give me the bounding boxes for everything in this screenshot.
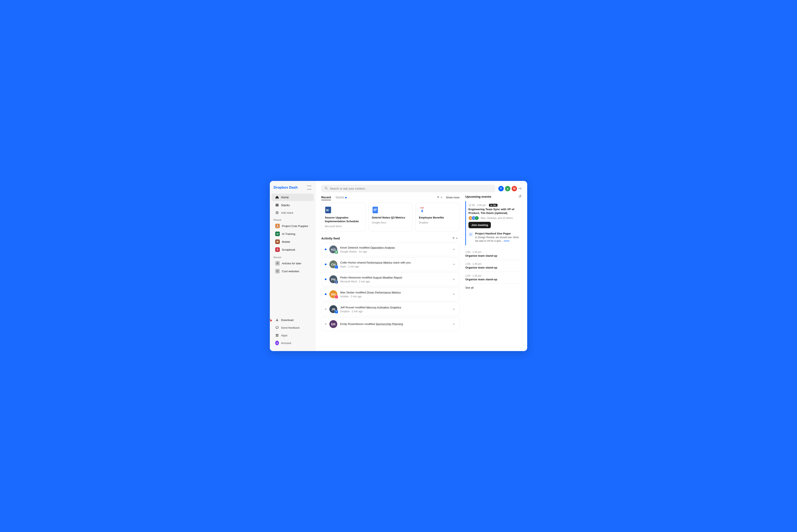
sidebar-item-mobile[interactable]: M Mobile	[271, 238, 314, 245]
event-title-3: Organize team stand-up	[465, 254, 521, 257]
send-feedback-label: Send feedback	[281, 326, 300, 329]
download-button[interactable]: Download	[271, 316, 314, 324]
event-time-4: 1:00 - 1:30 pm	[465, 263, 521, 265]
activity-name-1: Kevin Deterick modified Opposition Analy…	[340, 246, 449, 250]
activity-meta-4: Airtable · 2 min ago	[340, 295, 449, 298]
svg-point-12	[325, 187, 327, 189]
activity-item-5[interactable]: JR Jeff Russet modified Mercury Activati…	[321, 302, 459, 316]
svg-rect-11	[277, 336, 278, 337]
activity-text-6: Emily Rosenbloom modified Sponsorship Pl…	[340, 322, 449, 326]
activity-time-1: 1m ago	[359, 250, 367, 253]
dash-badge-2: D	[335, 265, 338, 269]
sparkle-button-4[interactable]: ✦	[452, 291, 456, 297]
activity-dot-2	[325, 264, 326, 265]
sparkle-button-2[interactable]: ✦	[452, 262, 456, 267]
project-event-content-2: Project Hanford One Pager In Design Revi…	[475, 232, 521, 243]
sidebar-toggle-button[interactable]	[307, 186, 311, 189]
svg-rect-27	[337, 251, 337, 252]
activity-avatar-3: PN W	[329, 276, 337, 283]
scrapbook-icon: S	[275, 247, 280, 252]
home-icon	[275, 195, 279, 199]
activity-item-4[interactable]: MS AT Max Stober modified Driver Perform…	[321, 287, 459, 301]
activity-name-5: Jeff Russet modified Mercury Activation …	[340, 306, 449, 309]
activity-text-5: Jeff Russet modified Mercury Activation …	[340, 306, 449, 313]
apps-button[interactable]: Apps	[271, 331, 314, 339]
activity-dot-6	[325, 323, 326, 325]
activity-item-6[interactable]: ER Emily Rosenbloom modified Sponsorship…	[321, 317, 459, 331]
recent-card-1[interactable]: W Season Upgrades Implementation Schedul…	[321, 203, 365, 231]
logo: Dropbox Dash	[273, 186, 298, 190]
event-time-5: 1:00 - 1:30 pm	[465, 274, 521, 277]
activity-avatar-6: ER	[329, 320, 337, 328]
dropbox-integration-icon	[498, 186, 504, 191]
pinned-section-label: Pinned	[270, 216, 315, 222]
activity-name-4: Max Stober modified Driver Performance M…	[340, 291, 449, 294]
activity-item-1[interactable]: KD Kevin Deterick modified Opposition An…	[321, 243, 459, 256]
feedback-icon	[275, 326, 279, 329]
activity-person-3: Pedro Newsome	[340, 276, 361, 279]
svg-rect-2	[276, 204, 278, 205]
svg-rect-1	[276, 205, 278, 205]
card-1-source: Microsoft Word	[325, 225, 362, 228]
sidebar-item-stacks[interactable]: Stacks	[271, 202, 314, 209]
activity-avatar-5: JR	[329, 305, 337, 313]
activity-time-5: 2 min ago	[352, 310, 363, 313]
svg-rect-0	[276, 206, 278, 206]
sparkle-button-1[interactable]: ✦	[452, 247, 456, 252]
external-link-button[interactable]	[518, 195, 521, 198]
activity-dot-3	[325, 279, 326, 280]
cool-websites-label: Cool websites	[282, 270, 299, 273]
dropbox-badge-5	[335, 310, 338, 314]
recent-section-label: Recent	[270, 253, 315, 259]
see-all-link[interactable]: See all	[465, 286, 521, 289]
add-stack-button[interactable]: Add stack	[271, 209, 314, 216]
download-label: Download	[281, 319, 293, 322]
sparkle-button-5[interactable]: ✦	[452, 306, 456, 312]
sparkle-button-6[interactable]: ✦	[452, 321, 456, 327]
more-link[interactable]: more	[504, 240, 509, 242]
tab-stacks[interactable]: Stacks	[336, 195, 347, 200]
activity-item-2[interactable]: CH D Collin Horton shared Performance Me…	[321, 258, 459, 271]
activity-filter-button[interactable]	[450, 236, 459, 241]
mobile-icon: M	[275, 240, 280, 244]
ai-training-label: AI Training	[282, 232, 295, 235]
sparkle-button-3[interactable]: ✦	[452, 277, 456, 282]
join-meeting-button[interactable]: Join meeting	[469, 222, 491, 228]
app-container: Dropbox Dash Home	[270, 181, 527, 351]
add-stack-label: Add stack	[281, 211, 293, 214]
sidebar-item-ai-training[interactable]: AI AI Training	[271, 230, 314, 238]
tab-stacks-label: Stacks	[336, 196, 344, 199]
search-bar[interactable]	[321, 185, 495, 192]
filter-button[interactable]	[435, 195, 444, 200]
recent-card-2[interactable]: Debrief Notes Q3 Metrics Google Docs	[368, 203, 413, 231]
sidebar-item-project-cute-puppies[interactable]: 🐶 Project Cute Puppies	[271, 222, 314, 230]
activity-text-3: Pedro Newsome modified August Weather Re…	[340, 276, 449, 283]
svg-rect-8	[276, 334, 277, 335]
account-button[interactable]: A Account	[271, 339, 314, 347]
sidebar-item-articles-for-later[interactable]: A Articles for later	[271, 260, 314, 267]
recent-card-3[interactable]: PDF Employee Benefits Dropbox	[415, 203, 459, 231]
activity-item-3[interactable]: PN W Pedro Newsome modified August Weath…	[321, 272, 459, 286]
apps-label: Apps	[281, 334, 287, 337]
stacks-icon	[275, 203, 279, 207]
send-feedback-button[interactable]: Send feedback	[271, 324, 314, 331]
tab-recent[interactable]: Recent	[321, 195, 331, 200]
card-3-source: Dropbox	[419, 221, 456, 224]
show-more-button[interactable]: Show more	[446, 196, 459, 199]
sidebar: Dropbox Dash Home	[270, 181, 316, 351]
activity-doc-4: Driver Performance Metrics	[367, 291, 401, 294]
activity-time-4: 2 min ago	[351, 295, 362, 298]
apps-icon	[275, 334, 279, 337]
activity-text-2: Collin Horton shared Performance Metrics…	[340, 261, 449, 268]
svg-rect-20	[374, 209, 377, 209]
svg-rect-29	[337, 252, 337, 253]
upcoming-events-header: Upcoming events	[465, 195, 521, 198]
svg-rect-30	[519, 196, 521, 197]
search-input[interactable]	[330, 187, 492, 190]
right-panel: Upcoming events 12:30 - 1:00 pm	[465, 195, 521, 347]
sidebar-item-cool-websites[interactable]: C Cool websites	[271, 267, 314, 275]
sidebar-item-home[interactable]: Home	[271, 194, 314, 201]
activity-avatar-2: CH D	[329, 260, 337, 268]
sidebar-item-scrapbook[interactable]: S Scrapbook	[271, 246, 314, 253]
activity-person-4: Max Stober	[340, 291, 355, 294]
